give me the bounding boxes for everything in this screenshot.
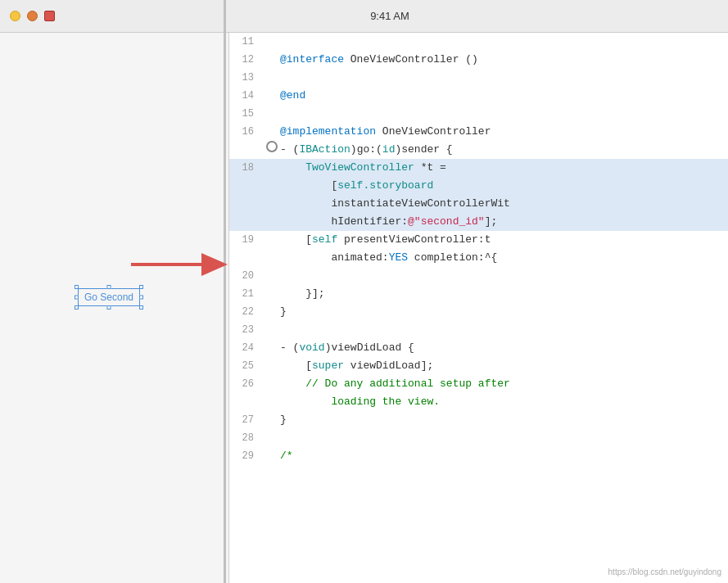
code-line: 18 TwoViewController *t = [229,159,728,177]
code-line: animated:YES completion:^{ [229,249,728,267]
code-line: 11 [229,33,728,51]
sim-button-container: Go Second [78,288,140,306]
line-number: 16 [229,123,264,141]
code-line: hIdentifier:@"second_id"]; [229,213,728,231]
code-text: } [280,411,728,429]
code-line: 14@end [229,87,728,105]
line-number: 12 [229,51,264,69]
handle-bc [107,305,111,310]
line-number: 15 [229,105,264,123]
code-line: loading the view. [229,393,728,411]
code-line: 19 [self presentViewController:t [229,231,728,249]
panel-divider [224,33,226,583]
line-number: 24 [229,339,264,357]
handle-tr [139,285,143,289]
sim-button[interactable]: Go Second [78,288,140,306]
handle-bl [75,305,79,310]
code-text: @interface OneViewController () [280,51,728,69]
handle-tl [75,285,79,289]
code-text: animated:YES completion:^{ [280,249,728,267]
code-line: 20 [229,267,728,285]
code-line: 27} [229,411,728,429]
line-number: 23 [229,321,264,339]
code-line: [self.storyboard [229,177,728,195]
line-number: 13 [229,69,264,87]
breakpoint-dot [266,141,278,152]
code-line: instantiateViewControllerWit [229,195,728,213]
line-number: 11 [229,33,264,51]
code-line: 16@implementation OneViewController [229,123,728,141]
code-text: } [280,303,728,321]
line-number: 19 [229,231,264,249]
traffic-light-red[interactable] [44,11,55,21]
code-text: @end [280,87,728,105]
line-number: 25 [229,357,264,375]
code-line: 28 [229,429,728,447]
code-text: @implementation OneViewController [280,123,728,141]
code-line: 12@interface OneViewController () [229,51,728,69]
code-text: - (void)viewDidLoad { [280,339,728,357]
code-text: [self.storyboard [280,177,728,195]
line-indicator [264,141,280,152]
code-line: 23 [229,321,728,339]
line-number: 26 [229,375,264,393]
traffic-light-orange[interactable] [27,11,38,21]
code-text: TwoViewController *t = [280,159,728,177]
code-line: 21 }]; [229,285,728,303]
code-text: /* [280,447,728,465]
handle-rc [139,296,143,300]
line-number: 22 [229,303,264,321]
line-number: 29 [229,447,264,465]
watermark: https://blog.csdn.net/guyindong [608,567,721,576]
traffic-light-yellow[interactable] [10,11,20,21]
code-text: [super viewDidLoad]; [280,357,728,375]
handle-lc [75,296,79,300]
code-text: hIdentifier:@"second_id"]; [280,213,728,231]
code-text: - (IBAction)go:(id)sender { [280,141,728,159]
code-text: instantiateViewControllerWit [280,195,728,213]
line-number: 21 [229,285,264,303]
code-text: loading the view. [280,393,728,411]
time-display: 9:41 AM [370,10,409,22]
line-number: 14 [229,87,264,105]
code-line: 13 [229,69,728,87]
code-line: 26 // Do any additional setup after [229,375,728,393]
code-text: [self presentViewController:t [280,231,728,249]
arrow-indicator [127,250,233,279]
code-text: }]; [280,285,728,303]
code-panel[interactable]: 1112@interface OneViewController ()1314@… [229,33,728,583]
handle-br [139,305,143,310]
code-line: 22} [229,303,728,321]
main-area: Go Second 1112@interface OneViewControll… [0,33,728,583]
handle-tc [107,285,111,289]
code-line: - (IBAction)go:(id)sender { [229,141,728,159]
title-bar: 9:41 AM [0,0,728,33]
simulator-panel: Go Second [0,33,229,583]
code-content: 1112@interface OneViewController ()1314@… [229,33,728,583]
line-number: 20 [229,267,264,285]
code-line: 24- (void)viewDidLoad { [229,339,728,357]
line-number: 18 [229,159,264,177]
code-line: 15 [229,105,728,123]
code-text: // Do any additional setup after [280,375,728,393]
code-line: 25 [super viewDidLoad]; [229,357,728,375]
line-number: 27 [229,411,264,429]
code-line: 29/* [229,447,728,465]
line-number: 28 [229,429,264,447]
